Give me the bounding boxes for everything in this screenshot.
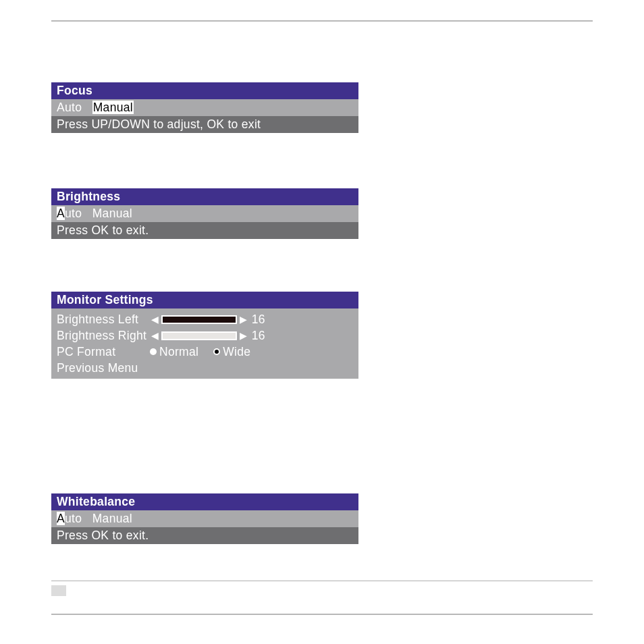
focus-options-row: Auto Manual [51, 99, 358, 116]
whitebalance-option-auto[interactable]: Auto [57, 512, 82, 525]
focus-osd: Focus Auto Manual Press UP/DOWN to adjus… [51, 82, 358, 133]
arrow-right-icon[interactable]: ▶ [238, 330, 248, 342]
brightness-option-manual[interactable]: Manual [92, 207, 132, 220]
brightness-osd: Brightness Auto Manual Press OK to exit. [51, 188, 358, 239]
arrow-left-icon[interactable]: ◀ [150, 314, 160, 325]
focus-option-manual[interactable]: Manual [92, 101, 134, 114]
divider-bottom [51, 614, 593, 615]
focus-title: Focus [51, 82, 358, 99]
brightness-hint: Press OK to exit. [51, 222, 358, 239]
whitebalance-option-manual[interactable]: Manual [92, 512, 132, 525]
monitor-settings-title: Monitor Settings [51, 292, 358, 308]
pc-format-row: PC Format Normal Wide [57, 344, 353, 360]
brightness-option-auto[interactable]: Auto [57, 207, 82, 220]
brightness-left-row: Brightness Left ◀ ▶ 16 [57, 311, 353, 327]
brightness-right-row: Brightness Right ◀ ▶ 16 [57, 327, 353, 344]
previous-menu-label: Previous Menu [57, 361, 150, 375]
divider-top [51, 20, 593, 22]
whitebalance-osd: Whitebalance Auto Manual Press OK to exi… [51, 493, 358, 544]
brightness-options-row: Auto Manual [51, 205, 358, 222]
brightness-left-value: 16 [252, 313, 265, 327]
page-footer-box [51, 585, 66, 596]
brightness-title: Brightness [51, 188, 358, 205]
brightness-left-slider[interactable] [161, 315, 237, 324]
divider-mid [51, 581, 593, 581]
previous-menu-row[interactable]: Previous Menu [57, 360, 353, 376]
focus-option-auto[interactable]: Auto [57, 101, 82, 114]
whitebalance-hint: Press OK to exit. [51, 527, 358, 544]
focus-hint: Press UP/DOWN to adjust, OK to exit [51, 116, 358, 133]
pc-format-option-wide[interactable]: Wide [213, 345, 250, 359]
pc-format-option-normal[interactable]: Normal [150, 345, 198, 359]
pc-format-label: PC Format [57, 345, 150, 359]
arrow-right-icon[interactable]: ▶ [238, 314, 248, 325]
brightness-left-label: Brightness Left [57, 313, 150, 327]
radio-selected-icon [213, 348, 220, 355]
brightness-right-slider[interactable] [161, 331, 237, 340]
radio-icon [150, 348, 157, 355]
arrow-left-icon[interactable]: ◀ [150, 330, 160, 342]
whitebalance-options-row: Auto Manual [51, 510, 358, 527]
monitor-settings-osd: Monitor Settings Brightness Left ◀ ▶ 16 … [51, 292, 358, 379]
brightness-right-label: Brightness Right [57, 329, 150, 343]
whitebalance-title: Whitebalance [51, 493, 358, 510]
brightness-right-value: 16 [252, 329, 265, 343]
